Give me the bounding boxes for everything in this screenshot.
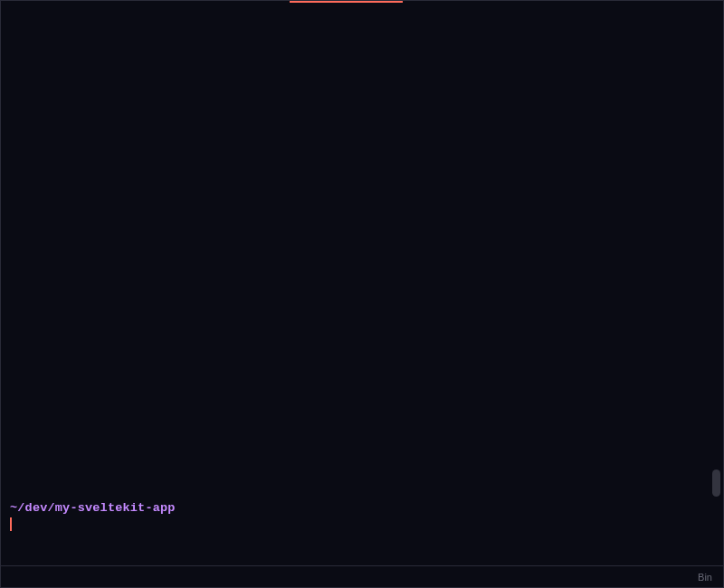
terminal-viewport[interactable]: ~/dev/my-sveltekit-app (1, 3, 723, 562)
cwd-path: ~/dev/my-sveltekit-app (10, 501, 714, 515)
status-bar: Bin (1, 565, 723, 587)
scrollbar-thumb[interactable] (712, 469, 720, 497)
cursor-icon (10, 517, 12, 531)
prompt-block: ~/dev/my-sveltekit-app (10, 501, 714, 531)
command-input-line[interactable] (10, 517, 714, 531)
status-right-label[interactable]: Bin (698, 572, 712, 583)
